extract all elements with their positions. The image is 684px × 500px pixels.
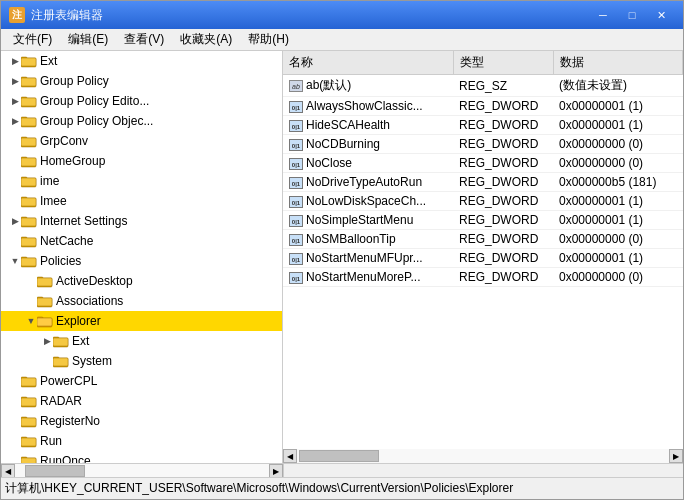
minimize-button[interactable]: ─ — [589, 5, 617, 25]
tree-item[interactable]: GrpConv — [1, 131, 282, 151]
folder-icon — [21, 374, 37, 388]
tree-horizontal-scrollbar[interactable]: ◀ ▶ — [1, 463, 683, 477]
tree-item[interactable]: NetCache — [1, 231, 282, 251]
tree-toggle[interactable]: ▼ — [25, 313, 37, 329]
tree-toggle[interactable]: ▶ — [9, 213, 21, 229]
table-row[interactable]: 0|1NoSMBalloonTipREG_DWORD0x00000000 (0) — [283, 230, 683, 249]
tree-item[interactable]: ▶ Internet Settings — [1, 211, 282, 231]
menu-edit[interactable]: 编辑(E) — [60, 29, 116, 50]
tree-toggle[interactable] — [25, 273, 37, 289]
tree-item-label: GrpConv — [40, 134, 88, 148]
tree-item[interactable]: ▶ Group Policy Objec... — [1, 111, 282, 131]
table-row[interactable]: 0|1NoCloseREG_DWORD0x00000000 (0) — [283, 154, 683, 173]
menu-favorites[interactable]: 收藏夹(A) — [172, 29, 240, 50]
scroll-track[interactable] — [297, 449, 669, 463]
svg-rect-75 — [22, 419, 35, 425]
tree-item[interactable]: HomeGroup — [1, 151, 282, 171]
table-row[interactable]: 0|1AlwaysShowClassic...REG_DWORD0x000000… — [283, 97, 683, 116]
table-row[interactable]: 0|1NoStartMenuMFUpr...REG_DWORD0x0000000… — [283, 249, 683, 268]
tree-toggle[interactable]: ▼ — [9, 253, 21, 269]
tree-toggle[interactable] — [41, 353, 53, 369]
title-bar: 注 注册表编辑器 ─ □ ✕ — [1, 1, 683, 29]
menu-file[interactable]: 文件(F) — [5, 29, 60, 50]
tree-toggle[interactable] — [9, 453, 21, 463]
tree-item-label: Policies — [40, 254, 81, 268]
tree-toggle[interactable] — [9, 153, 21, 169]
folder-icon — [37, 314, 53, 328]
tree-toggle[interactable] — [9, 233, 21, 249]
tree-item[interactable]: ime — [1, 171, 282, 191]
tree-item-label: RADAR — [40, 394, 82, 408]
cell-type: REG_DWORD — [453, 173, 553, 192]
tree-toggle[interactable] — [9, 433, 21, 449]
tree-item[interactable]: System — [1, 351, 282, 371]
tree-item[interactable]: Associations — [1, 291, 282, 311]
cell-name: 0|1NoClose — [283, 154, 453, 173]
column-header-data[interactable]: 数据 — [553, 51, 683, 75]
folder-icon — [21, 194, 37, 208]
tree-item[interactable]: PowerCPL — [1, 371, 282, 391]
cell-name: 0|1HideSCAHealth — [283, 116, 453, 135]
cell-data: 0x00000001 (1) — [553, 211, 683, 230]
cell-data: 0x00000001 (1) — [553, 97, 683, 116]
table-row[interactable]: 0|1NoDriveTypeAutoRunREG_DWORD0x000000b5… — [283, 173, 683, 192]
scroll-right-btn[interactable]: ▶ — [669, 449, 683, 463]
dword-icon: 0|1 — [289, 215, 303, 227]
tree-scroll-thumb[interactable] — [25, 465, 85, 477]
main-content: ▶ Ext▶ Group Policy▶ Group Policy Edito.… — [1, 51, 683, 463]
column-header-type[interactable]: 类型 — [453, 51, 553, 75]
tree-toggle[interactable] — [9, 133, 21, 149]
tree-item[interactable]: ▼ Explorer — [1, 311, 282, 331]
registry-values-table[interactable]: 名称 类型 数据 abab(默认)REG_SZ(数值未设置)0|1AlwaysS… — [283, 51, 683, 449]
table-row[interactable]: 0|1HideSCAHealthREG_DWORD0x00000001 (1) — [283, 116, 683, 135]
table-row[interactable]: 0|1NoLowDiskSpaceCh...REG_DWORD0x0000000… — [283, 192, 683, 211]
tree-item[interactable]: Imee — [1, 191, 282, 211]
registry-tree[interactable]: ▶ Ext▶ Group Policy▶ Group Policy Edito.… — [1, 51, 283, 463]
tree-scroll-track[interactable] — [15, 464, 269, 477]
tree-item[interactable]: ▶ Group Policy — [1, 71, 282, 91]
table-row[interactable]: 0|1NoCDBurningREG_DWORD0x00000000 (0) — [283, 135, 683, 154]
svg-rect-55 — [38, 319, 51, 325]
maximize-button[interactable]: □ — [618, 5, 646, 25]
tree-toggle[interactable] — [9, 413, 21, 429]
table-row[interactable]: abab(默认)REG_SZ(数值未设置) — [283, 75, 683, 97]
close-button[interactable]: ✕ — [647, 5, 675, 25]
tree-item[interactable]: ▶ Group Policy Edito... — [1, 91, 282, 111]
tree-item[interactable]: ▶ Ext — [1, 331, 282, 351]
registry-editor-window: 注 注册表编辑器 ─ □ ✕ 文件(F) 编辑(E) 查看(V) 收藏夹(A) … — [0, 0, 684, 500]
tree-item-label: RegisterNo — [40, 414, 100, 428]
tree-toggle[interactable] — [9, 393, 21, 409]
tree-toggle[interactable] — [9, 373, 21, 389]
data-horizontal-scrollbar[interactable]: ◀ ▶ — [283, 449, 683, 463]
tree-item[interactable]: ActiveDesktop — [1, 271, 282, 291]
menu-view[interactable]: 查看(V) — [116, 29, 172, 50]
tree-toggle[interactable]: ▶ — [41, 333, 53, 349]
data-scroll-spacer — [283, 464, 683, 477]
column-header-name[interactable]: 名称 — [283, 51, 453, 75]
cell-name: 0|1NoDriveTypeAutoRun — [283, 173, 453, 192]
tree-item[interactable]: Run — [1, 431, 282, 451]
tree-item[interactable]: RegisterNo — [1, 411, 282, 431]
scroll-thumb[interactable] — [299, 450, 379, 462]
menu-help[interactable]: 帮助(H) — [240, 29, 297, 50]
tree-toggle[interactable]: ▶ — [9, 113, 21, 129]
tree-scroll-left[interactable]: ◀ — [1, 464, 15, 478]
tree-item[interactable]: RunOnce — [1, 451, 282, 463]
cell-data: (数值未设置) — [553, 75, 683, 97]
tree-toggle[interactable]: ▶ — [9, 73, 21, 89]
table-row[interactable]: 0|1NoStartMenuMoreP...REG_DWORD0x0000000… — [283, 268, 683, 287]
dword-icon: 0|1 — [289, 196, 303, 208]
tree-toggle[interactable]: ▶ — [9, 93, 21, 109]
tree-toggle[interactable]: ▶ — [9, 53, 21, 69]
tree-scroll-area[interactable]: ◀ ▶ — [1, 464, 283, 477]
scroll-left-btn[interactable]: ◀ — [283, 449, 297, 463]
table-row[interactable]: 0|1NoSimpleStartMenuREG_DWORD0x00000001 … — [283, 211, 683, 230]
tree-toggle[interactable] — [25, 293, 37, 309]
tree-item[interactable]: ▶ Ext — [1, 51, 282, 71]
svg-rect-27 — [22, 179, 35, 185]
tree-item[interactable]: RADAR — [1, 391, 282, 411]
tree-toggle[interactable] — [9, 173, 21, 189]
tree-scroll-right[interactable]: ▶ — [269, 464, 283, 478]
tree-toggle[interactable] — [9, 193, 21, 209]
tree-item[interactable]: ▼ Policies — [1, 251, 282, 271]
